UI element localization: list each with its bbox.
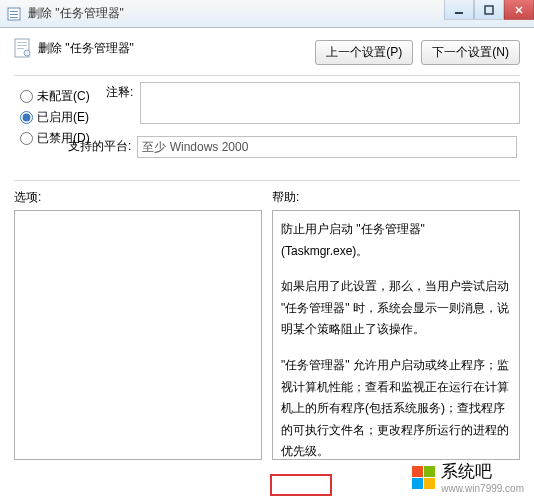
platform-label: 支持的平台:	[68, 136, 131, 158]
svg-rect-11	[17, 48, 24, 49]
ok-button-highlight	[270, 474, 332, 496]
svg-rect-1	[10, 11, 18, 12]
options-pane	[14, 210, 262, 460]
radio-not-configured-label[interactable]: 未配置(C)	[37, 88, 90, 105]
help-pane: 防止用户启动 "任务管理器" (Taskmgr.exe)。 如果启用了此设置，那…	[272, 210, 520, 460]
radio-enabled-label[interactable]: 已启用(E)	[37, 109, 89, 126]
page-title: 删除 "任务管理器"	[38, 40, 134, 57]
microsoft-logo-icon	[411, 465, 435, 489]
app-icon	[6, 6, 22, 22]
prev-setting-button[interactable]: 上一个设置(P)	[315, 40, 413, 65]
svg-rect-2	[10, 14, 18, 15]
svg-rect-9	[17, 42, 27, 43]
watermark: 系统吧 www.win7999.com	[411, 460, 524, 494]
svg-rect-5	[485, 6, 493, 14]
svg-point-12	[24, 50, 30, 56]
radio-not-configured[interactable]	[20, 90, 33, 103]
options-label: 选项:	[14, 189, 262, 206]
comment-label: 注释:	[106, 82, 140, 124]
help-label: 帮助:	[272, 189, 520, 206]
minimize-button[interactable]	[444, 0, 474, 20]
maximize-button[interactable]	[474, 0, 504, 20]
help-paragraph: 防止用户启动 "任务管理器" (Taskmgr.exe)。	[281, 219, 511, 262]
svg-rect-4	[455, 12, 463, 14]
help-text: 防止用户启动 "任务管理器" (Taskmgr.exe)。 如果启用了此设置，那…	[281, 219, 511, 460]
window-controls	[444, 0, 534, 20]
platform-field	[137, 136, 517, 158]
svg-rect-3	[10, 17, 18, 18]
policy-icon	[14, 38, 32, 58]
radio-disabled[interactable]	[20, 132, 33, 145]
close-button[interactable]	[504, 0, 534, 20]
comment-textarea[interactable]	[140, 82, 520, 124]
titlebar: 删除 "任务管理器"	[0, 0, 534, 28]
divider-2	[14, 180, 520, 181]
window-title: 删除 "任务管理器"	[28, 5, 124, 22]
help-paragraph: 如果启用了此设置，那么，当用户尝试启动 "任务管理器" 时，系统会显示一则消息，…	[281, 276, 511, 341]
next-setting-button[interactable]: 下一个设置(N)	[421, 40, 520, 65]
help-paragraph: "任务管理器" 允许用户启动或终止程序；监视计算机性能；查看和监视正在运行在计算…	[281, 355, 511, 460]
watermark-text: 系统吧	[441, 460, 524, 483]
radio-enabled[interactable]	[20, 111, 33, 124]
divider	[14, 75, 520, 76]
svg-rect-10	[17, 45, 27, 46]
watermark-url: www.win7999.com	[441, 483, 524, 494]
